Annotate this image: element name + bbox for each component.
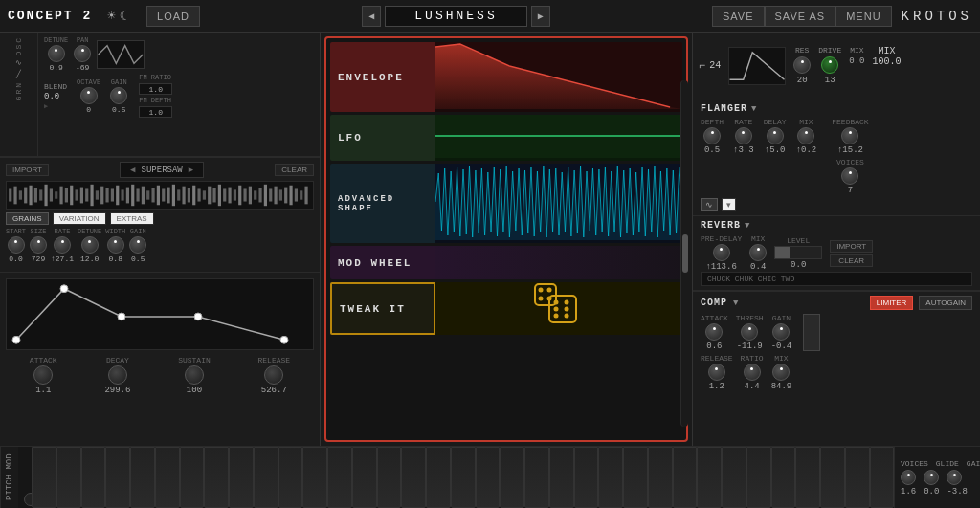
flanger-arrow-icon[interactable]: ▼	[751, 104, 756, 114]
grn-start-knob[interactable]	[8, 236, 25, 254]
key-b5[interactable]	[870, 447, 895, 508]
load-button[interactable]: LOAD	[146, 6, 200, 27]
fl-feedback-knob[interactable]	[841, 127, 858, 144]
key-b4[interactable]	[697, 447, 722, 508]
rev-clear-button[interactable]: CLEAR	[830, 254, 873, 267]
drive-knob[interactable]	[821, 56, 838, 74]
key-d4[interactable]	[574, 447, 599, 508]
reverb-arrow-icon[interactable]: ▼	[745, 221, 749, 231]
limiter-button[interactable]: LIMITER	[870, 296, 914, 310]
grn-import-button[interactable]: IMPORT	[6, 164, 49, 176]
rev-predelay-knob[interactable]	[713, 244, 730, 261]
dice-icon[interactable]	[530, 282, 588, 335]
key-a1[interactable]	[155, 447, 180, 508]
fl-depth-knob[interactable]	[703, 127, 721, 144]
key-d5[interactable]	[746, 447, 771, 508]
preset-next-button[interactable]: ▶	[531, 6, 550, 27]
key-g5[interactable]	[820, 447, 845, 508]
grn-width-knob[interactable]	[107, 236, 124, 254]
grn-rate-knob[interactable]	[54, 236, 71, 254]
key-f2[interactable]	[278, 447, 303, 508]
key-d2[interactable]	[229, 447, 254, 508]
extras-tab[interactable]: EXTRAS	[110, 212, 154, 225]
grn-next-button[interactable]: ▶	[189, 165, 193, 175]
key-f1[interactable]	[105, 447, 130, 508]
fl-rate-val: ↑3.3	[733, 145, 754, 155]
comp-arrow-icon[interactable]: ▼	[733, 298, 738, 308]
key-b3[interactable]	[524, 447, 549, 508]
key-g1[interactable]	[130, 447, 155, 508]
grn-gain-knob[interactable]	[129, 236, 146, 254]
comp-ratio-knob[interactable]	[744, 364, 761, 381]
autogain-button[interactable]: AUTOGAIN	[919, 296, 972, 310]
detune-knob[interactable]	[48, 45, 65, 62]
variation-tab[interactable]: VARIATION	[53, 212, 106, 225]
comp-release-knob[interactable]	[708, 364, 725, 381]
preset-prev-button[interactable]: ◀	[362, 6, 381, 27]
comp-thresh-knob[interactable]	[741, 323, 758, 341]
grn-size-knob[interactable]	[30, 236, 47, 254]
grn-prev-button[interactable]: ◀	[130, 165, 135, 175]
fl-voices-knob[interactable]	[841, 167, 858, 185]
key-e2[interactable]	[254, 447, 278, 508]
key-g2[interactable]	[302, 447, 327, 508]
key-c4[interactable]	[549, 447, 574, 508]
blend-section: BLEND 0.0 ▶	[44, 82, 67, 110]
save-as-button[interactable]: SAVE AS	[765, 6, 836, 27]
key-c1[interactable]	[32, 447, 56, 508]
decay-knob[interactable]	[108, 365, 127, 385]
comp-gain-knob[interactable]	[772, 323, 790, 341]
key-e1[interactable]	[81, 447, 106, 508]
wave-down-opt[interactable]: ▾	[722, 198, 736, 211]
key-f3[interactable]	[451, 447, 476, 508]
attack-knob[interactable]	[33, 365, 53, 385]
center-scrollbar[interactable]	[680, 80, 688, 427]
key-c5[interactable]	[722, 447, 746, 508]
key-a2[interactable]	[327, 447, 352, 508]
comp-mix-knob[interactable]	[772, 364, 790, 381]
rev-level-slider[interactable]	[774, 246, 822, 259]
voices-knob[interactable]	[901, 470, 916, 485]
fl-rate-knob[interactable]	[735, 127, 752, 144]
octave-knob[interactable]	[80, 87, 98, 104]
grains-tab[interactable]: GRAINS	[6, 212, 49, 225]
key-e5[interactable]	[771, 447, 796, 508]
release-knob[interactable]	[264, 365, 283, 385]
key-f5[interactable]	[795, 447, 820, 508]
res-knob[interactable]	[793, 56, 811, 74]
glide-knob[interactable]	[924, 470, 939, 485]
sustain-knob[interactable]	[185, 365, 204, 385]
moon-icon[interactable]: ☾	[120, 8, 127, 24]
save-button[interactable]: SAVE	[712, 6, 765, 27]
key-a5[interactable]	[845, 447, 870, 508]
key-g3[interactable]	[476, 447, 501, 508]
key-a4[interactable]	[673, 447, 698, 508]
key-d3[interactable]	[401, 447, 426, 508]
wave-saw-icon[interactable]: ╱	[16, 70, 21, 78]
grn-clear-button[interactable]: CLEAR	[275, 164, 314, 176]
key-a3[interactable]	[500, 447, 524, 508]
key-d1[interactable]	[56, 447, 81, 508]
fl-delay-knob[interactable]	[767, 127, 784, 144]
menu-button[interactable]: MENU	[835, 6, 891, 27]
wave-sine-opt[interactable]: ∿	[701, 198, 718, 211]
comp-attack-knob[interactable]	[705, 323, 723, 341]
key-b1[interactable]	[180, 447, 205, 508]
fl-mix-knob[interactable]	[797, 127, 814, 144]
rev-import-button[interactable]: IMPORT	[830, 240, 873, 253]
key-b2[interactable]	[352, 447, 377, 508]
wave-sine-icon[interactable]: ∿	[15, 58, 22, 67]
key-e4[interactable]	[598, 447, 623, 508]
rev-mix-knob[interactable]	[749, 244, 767, 261]
gain-knob[interactable]	[110, 87, 127, 104]
key-c2[interactable]	[204, 447, 229, 508]
key-f4[interactable]	[623, 447, 648, 508]
pan-knob[interactable]	[74, 45, 91, 62]
key-c3[interactable]	[377, 447, 402, 508]
sun-icon[interactable]: ☀	[107, 8, 115, 24]
gain-bottom-knob[interactable]	[947, 470, 962, 485]
key-e3[interactable]	[426, 447, 451, 508]
key-g4[interactable]	[648, 447, 673, 508]
grn-detune-knob[interactable]	[81, 236, 99, 254]
comp-mix-val: 84.9	[771, 382, 792, 391]
